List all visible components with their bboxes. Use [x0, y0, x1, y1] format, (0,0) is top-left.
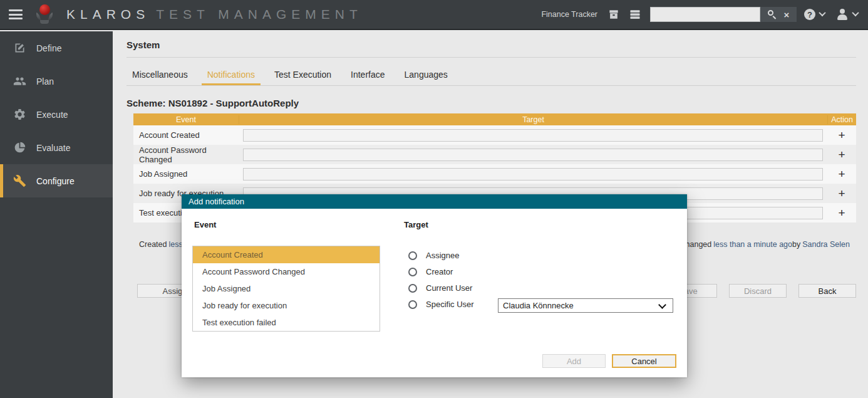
- add-row-icon[interactable]: +: [827, 207, 856, 219]
- table-row: Account Password Changed +: [133, 145, 856, 164]
- scheme-heading: Scheme: NS01892 - SupportAutoReply: [127, 98, 856, 108]
- sidebar-item-label: Execute: [36, 110, 68, 120]
- back-button[interactable]: Back: [798, 284, 856, 298]
- search-icon[interactable]: [768, 10, 777, 19]
- cancel-button[interactable]: Cancel: [612, 354, 676, 368]
- tab-miscellaneous[interactable]: Miscellaneous: [127, 70, 194, 85]
- event-label: Account Created: [133, 130, 239, 140]
- help-menu[interactable]: ?: [804, 9, 825, 20]
- event-option[interactable]: Job Assigned: [193, 280, 380, 297]
- sidebar-item-define[interactable]: Define: [0, 31, 113, 65]
- table-row: Job Assigned +: [133, 164, 856, 184]
- event-option[interactable]: Test execution failed: [193, 314, 380, 331]
- sidebar-item-label: Configure: [36, 176, 75, 186]
- radio-assignee[interactable]: [408, 251, 417, 260]
- created-time-link[interactable]: less: [168, 240, 182, 249]
- target-input[interactable]: [243, 129, 823, 142]
- tab-test-execution[interactable]: Test Execution: [269, 70, 337, 85]
- column-header-target: Target: [239, 115, 827, 124]
- pie-chart-icon: [13, 141, 26, 154]
- event-listbox: Account Created Account Password Changed…: [192, 246, 380, 332]
- add-row-icon[interactable]: +: [827, 187, 856, 199]
- title-divider: [127, 57, 856, 58]
- event-label: Job Assigned: [133, 169, 239, 179]
- klaros-logo[interactable]: [33, 4, 55, 25]
- target-section-label: Target: [404, 220, 428, 229]
- app-title: KLAROSTEST MANAGEMENT: [66, 7, 363, 22]
- app-title-secondary: TEST MANAGEMENT: [156, 7, 363, 21]
- help-icon[interactable]: ?: [804, 9, 815, 20]
- radio-specific-user[interactable]: [408, 300, 417, 309]
- table-row: Account Created +: [133, 125, 856, 145]
- tab-languages[interactable]: Languages: [399, 70, 453, 85]
- settings-tabs: Miscellaneous Notifications Test Executi…: [127, 70, 856, 86]
- add-row-icon[interactable]: +: [827, 129, 856, 141]
- specific-user-select[interactable]: Claudia Könnnecke: [498, 298, 673, 313]
- dialog-title-bar[interactable]: Add notification: [182, 194, 687, 209]
- chevron-down-icon: [819, 9, 825, 16]
- clear-search-icon[interactable]: ×: [783, 10, 789, 19]
- hamburger-menu-icon[interactable]: [9, 9, 23, 19]
- add-row-icon[interactable]: +: [827, 168, 856, 180]
- tab-notifications[interactable]: Notifications: [202, 70, 261, 85]
- column-header-action: Action: [827, 115, 856, 124]
- gear-icon: [13, 108, 26, 121]
- changed-info: changedless than a minute agobySandra Se…: [681, 240, 850, 249]
- target-input[interactable]: [243, 168, 823, 181]
- target-option-current-user: Current User: [408, 283, 472, 293]
- sidebar-item-evaluate[interactable]: Evaluate: [0, 131, 113, 164]
- event-section-label: Event: [194, 220, 216, 229]
- dialog-title: Add notification: [189, 197, 244, 206]
- project-list-icon[interactable]: [629, 8, 641, 21]
- event-option[interactable]: Job ready for execution: [193, 297, 380, 314]
- target-option-assignee: Assignee: [408, 251, 459, 260]
- wrench-icon: [13, 174, 26, 187]
- sidebar-item-label: Plan: [36, 76, 54, 86]
- sidebar-nav: Define Plan Execute Evaluate Configure: [0, 31, 113, 398]
- top-header-bar: KLAROSTEST MANAGEMENT Finance Tracker × …: [0, 0, 868, 30]
- sidebar-item-plan[interactable]: Plan: [0, 65, 113, 98]
- radio-creator[interactable]: [408, 268, 417, 276]
- sidebar-item-label: Define: [36, 43, 61, 53]
- event-option[interactable]: Account Password Changed: [193, 263, 380, 280]
- chevron-down-icon: [852, 9, 859, 16]
- created-info: Createdless: [139, 240, 183, 249]
- event-option-selected[interactable]: Account Created: [193, 246, 380, 263]
- user-menu[interactable]: [836, 8, 858, 21]
- radio-current-user[interactable]: [408, 284, 417, 293]
- app-title-primary: KLAROS: [66, 7, 150, 21]
- search-input[interactable]: [650, 7, 760, 22]
- sidebar-item-label: Evaluate: [36, 143, 70, 153]
- changed-user-link[interactable]: Sandra Selen: [802, 240, 850, 249]
- search-actions: ×: [760, 7, 797, 22]
- people-icon: [13, 75, 26, 88]
- event-label: Account Password Changed: [133, 145, 239, 164]
- target-option-specific-user: Specific User: [408, 300, 474, 309]
- add-row-icon[interactable]: +: [827, 149, 856, 160]
- tab-interface[interactable]: Interface: [345, 70, 390, 85]
- discard-button[interactable]: Discard: [729, 284, 787, 298]
- add-notification-dialog: Add notification Event Target Account Cr…: [182, 194, 687, 377]
- chevron-down-icon: [658, 301, 666, 309]
- active-project-label: Finance Tracker: [541, 10, 597, 19]
- archive-icon[interactable]: [607, 8, 620, 21]
- specific-user-value: Claudia Könnnecke: [503, 301, 574, 310]
- page-title: System: [127, 39, 856, 50]
- table-header-row: Event Target Action: [133, 113, 856, 125]
- changed-time-link[interactable]: less than a minute ago: [713, 240, 792, 249]
- sidebar-item-configure[interactable]: Configure: [0, 164, 113, 197]
- column-header-event: Event: [133, 115, 239, 124]
- add-button[interactable]: Add: [542, 354, 606, 368]
- user-icon[interactable]: [836, 8, 849, 21]
- edit-icon: [13, 41, 26, 55]
- target-input[interactable]: [243, 149, 823, 161]
- sidebar-item-execute[interactable]: Execute: [0, 98, 113, 131]
- target-option-creator: Creator: [408, 267, 453, 276]
